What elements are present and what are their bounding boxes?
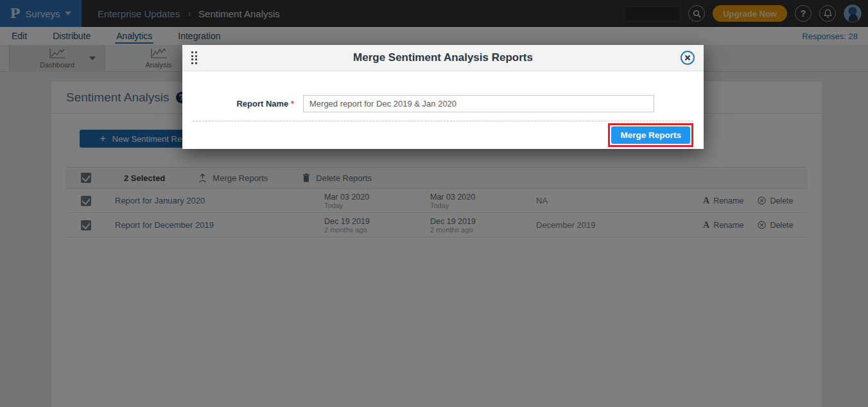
annotation-highlight: Merge Reports bbox=[608, 123, 693, 147]
modal-body: Report Name * bbox=[182, 71, 704, 121]
report-name-label-text: Report Name bbox=[236, 99, 288, 108]
modal-footer: Merge Reports bbox=[193, 121, 693, 149]
modal-header: Merge Sentiment Analysis Reports bbox=[182, 45, 704, 71]
merge-reports-submit-button[interactable]: Merge Reports bbox=[611, 126, 690, 144]
modal-close-button[interactable] bbox=[681, 51, 695, 65]
required-asterisk: * bbox=[291, 99, 294, 108]
report-name-input[interactable] bbox=[303, 95, 654, 112]
report-name-label: Report Name * bbox=[193, 99, 303, 108]
merge-reports-modal: Merge Sentiment Analysis Reports Report … bbox=[182, 45, 704, 149]
drag-handle-icon[interactable] bbox=[191, 51, 197, 64]
modal-title: Merge Sentiment Analysis Reports bbox=[353, 51, 533, 64]
close-icon bbox=[684, 55, 691, 61]
